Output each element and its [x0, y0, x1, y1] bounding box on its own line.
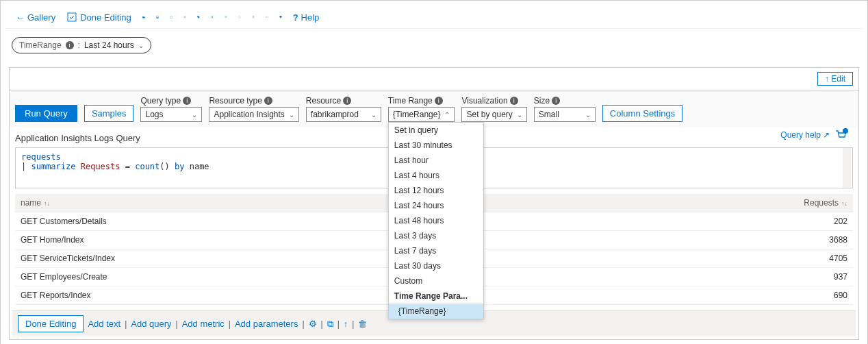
- time-range-option[interactable]: Last 30 days: [389, 258, 483, 273]
- gear-icon[interactable]: [179, 12, 190, 23]
- time-range-option-header: Time Range Para...: [389, 288, 483, 304]
- size-label: Sizei: [534, 96, 596, 106]
- time-range-dropdown: Set in queryLast 30 minutesLast hourLast…: [388, 122, 484, 319]
- chevron-down-icon: ⌄: [517, 111, 522, 119]
- edit-button[interactable]: ↑ Edit: [817, 72, 853, 86]
- done-editing-icon: [66, 12, 77, 23]
- cart-icon[interactable]: [835, 130, 846, 140]
- cell-requests: 690: [567, 286, 853, 305]
- move-up-icon[interactable]: ↑: [344, 319, 348, 329]
- copy-icon[interactable]: ⧉: [327, 319, 333, 330]
- column-settings-button[interactable]: Column Settings: [602, 105, 682, 122]
- save-icon[interactable]: [152, 12, 163, 23]
- add-text-link[interactable]: Add text: [88, 319, 120, 329]
- query-type-label: Query typei: [140, 96, 202, 106]
- pin-icon[interactable]: [248, 12, 259, 23]
- query-section: ↑ Edit Run Query Samples Query typei Log…: [9, 67, 859, 340]
- info-icon: i: [552, 97, 560, 105]
- time-range-option[interactable]: Last 12 hours: [389, 183, 483, 198]
- chevron-down-icon: ⌄: [289, 111, 294, 119]
- add-query-link[interactable]: Add query: [131, 319, 171, 329]
- save-as-icon[interactable]: [166, 12, 177, 23]
- add-metric-link[interactable]: Add metric: [182, 319, 225, 329]
- code-icon[interactable]: [261, 12, 272, 23]
- close-icon[interactable]: [207, 12, 218, 23]
- done-editing-button[interactable]: Done Editing: [62, 9, 135, 25]
- external-link-icon: ↗: [823, 130, 830, 140]
- code-token: by: [175, 162, 184, 171]
- cell-name: GET Customers/Details: [15, 212, 567, 231]
- parameter-row: TimeRange i : Last 24 hours ⌄: [6, 29, 862, 62]
- cell-name: GET Employees/Create: [15, 268, 567, 286]
- time-range-option[interactable]: Last 24 hours: [389, 198, 483, 213]
- top-toolbar: ← Gallery Done Editing ? Help: [6, 6, 862, 29]
- resource-select[interactable]: fabrikamprod⌄: [306, 107, 381, 122]
- column-header-requests[interactable]: Requests↑↓: [567, 194, 853, 212]
- time-range-option[interactable]: Last 4 hours: [389, 168, 483, 183]
- time-range-option[interactable]: Last hour: [389, 153, 483, 168]
- time-range-option[interactable]: Custom: [389, 273, 483, 288]
- delete-icon[interactable]: 🗑: [358, 319, 367, 329]
- samples-button[interactable]: Samples: [84, 105, 134, 122]
- question-icon: ?: [293, 12, 298, 23]
- heart-icon[interactable]: [275, 12, 286, 23]
- gear-icon[interactable]: ⚙: [309, 319, 317, 329]
- help-button[interactable]: ? Help: [289, 10, 324, 25]
- query-type-select[interactable]: Logs⌄: [140, 107, 202, 122]
- help-label: Help: [301, 12, 320, 23]
- code-token: name: [184, 162, 209, 171]
- visualization-select[interactable]: Set by query⌄: [461, 107, 526, 122]
- add-parameters-link[interactable]: Add parameters: [235, 319, 298, 329]
- code-token: Requests: [75, 162, 125, 171]
- svg-point-3: [238, 16, 240, 19]
- chevron-up-icon: ⌃: [444, 111, 450, 119]
- info-icon: i: [435, 97, 443, 105]
- chevron-down-icon: ⌄: [192, 111, 197, 119]
- cell-name: GET Home/Index: [15, 231, 567, 249]
- done-editing-label: Done Editing: [80, 12, 131, 23]
- svg-rect-0: [68, 13, 76, 21]
- gallery-label: Gallery: [27, 12, 55, 23]
- gallery-button[interactable]: ← Gallery: [12, 10, 60, 25]
- undo-icon[interactable]: [220, 12, 231, 23]
- info-icon: i: [66, 41, 74, 49]
- settings-icon[interactable]: [234, 12, 245, 23]
- code-token: =: [125, 162, 135, 171]
- time-range-option-selected[interactable]: {TimeRange}: [389, 304, 483, 319]
- code-token: count: [135, 162, 159, 171]
- time-range-option[interactable]: Last 7 days: [389, 243, 483, 258]
- chevron-down-icon: ⌄: [138, 42, 144, 49]
- info-icon: i: [510, 97, 518, 105]
- info-icon: i: [343, 97, 351, 105]
- time-range-option[interactable]: Last 3 days: [389, 228, 483, 243]
- info-icon: i: [183, 97, 191, 105]
- folder-icon[interactable]: [138, 12, 149, 23]
- time-range-option[interactable]: Last 30 minutes: [389, 138, 483, 153]
- code-token: |: [21, 162, 31, 171]
- info-icon: i: [264, 97, 272, 105]
- timerange-pill[interactable]: TimeRange i : Last 24 hours ⌄: [12, 37, 151, 53]
- time-range-select[interactable]: {TimeRange}⌃: [388, 107, 455, 122]
- code-token: summarize: [31, 162, 75, 171]
- svg-rect-1: [157, 17, 158, 18]
- chevron-down-icon: ⌄: [585, 111, 591, 119]
- cell-requests: 3688: [567, 231, 853, 249]
- svg-point-2: [184, 16, 186, 18]
- time-range-label: Time Rangei: [388, 96, 455, 106]
- pill-name: TimeRange: [19, 40, 62, 50]
- tag-icon[interactable]: [193, 12, 204, 23]
- footer-done-editing-button[interactable]: Done Editing: [18, 315, 84, 332]
- scrollbar[interactable]: [843, 148, 851, 188]
- time-range-option[interactable]: Last 48 hours: [389, 213, 483, 228]
- query-config-row: Run Query Samples Query typei Logs⌄ Reso…: [10, 90, 858, 127]
- column-header-name[interactable]: name↑↓: [15, 194, 567, 212]
- code-token: requests: [21, 152, 61, 162]
- run-query-button[interactable]: Run Query: [15, 105, 77, 122]
- sort-icon: ↑↓: [44, 200, 50, 207]
- resource-type-select[interactable]: Application Insights⌄: [209, 107, 298, 122]
- query-help-link[interactable]: Query help ↗: [780, 130, 830, 140]
- arrow-left-icon: ←: [16, 12, 25, 23]
- time-range-option[interactable]: Set in query: [389, 123, 483, 138]
- size-select[interactable]: Small⌄: [534, 107, 596, 122]
- sort-icon: ↑↓: [841, 200, 847, 207]
